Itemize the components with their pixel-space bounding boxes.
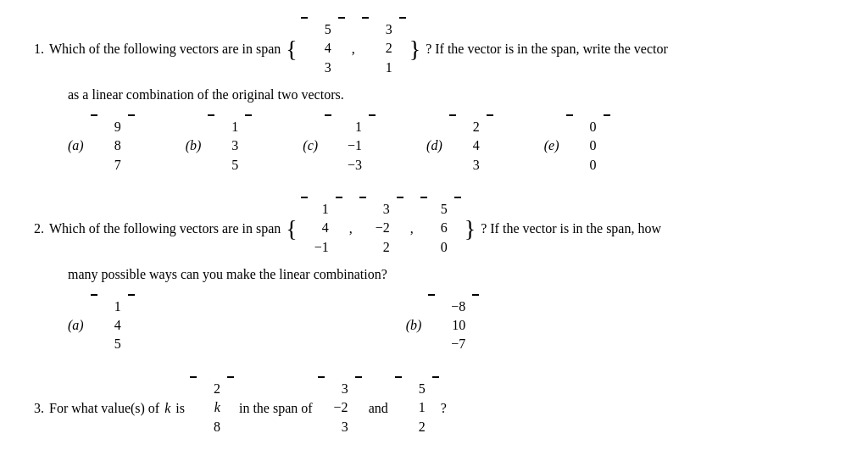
problem-2-text-after: ? If the vector is in the span, how <box>481 218 661 240</box>
problem-3-text-mid2: in the span of <box>239 397 313 419</box>
matrix-entries: 3 2 1 <box>370 17 398 81</box>
option-1d: (d) 2 4 3 <box>426 114 493 178</box>
problem-3-end: ? <box>441 397 447 419</box>
bracket-right <box>604 114 610 116</box>
matrix-row: 2 <box>376 39 392 58</box>
span-vector-1-2: 3 2 1 <box>362 17 406 81</box>
bracket-left <box>449 114 456 116</box>
problem-2-text-before: Which of the following vectors are in sp… <box>49 218 281 240</box>
problem-1-number: 1. <box>34 38 44 60</box>
comma: , <box>410 218 414 240</box>
problem-2: 2. Which of the following vectors are in… <box>34 197 834 358</box>
bracket-right <box>128 294 135 296</box>
bracket-left <box>395 376 402 378</box>
matrix-entries: 3 −2 3 <box>326 376 353 440</box>
matrix-entries: 5 6 0 <box>429 197 453 260</box>
matrix-entries: 2 4 3 <box>458 114 485 178</box>
matrix-entries: 1 4 −1 <box>309 197 334 260</box>
matrix-row: 3 <box>314 58 331 77</box>
problem-1-text-after: ? If the vector is in the span, write th… <box>426 38 668 60</box>
option-1a: (a) 9 8 7 <box>68 114 135 178</box>
matrix-row: 5 <box>314 20 331 39</box>
option-label-1e: (e) <box>544 138 559 153</box>
option-vector-2a: 1 4 5 <box>91 294 135 358</box>
bracket-left <box>190 376 197 378</box>
option-label-2b: (b) <box>406 318 422 333</box>
matrix-row: 10 <box>442 316 465 335</box>
matrix-row: 3 <box>331 418 348 436</box>
matrix-row: 2 <box>373 238 390 257</box>
bracket-left <box>301 197 308 198</box>
bracket-left <box>318 376 325 378</box>
matrix-row: 1 <box>338 118 362 136</box>
problem-3-question: 3. For what value(s) of k is 2 k 8 in th… <box>34 376 834 440</box>
problem-1: 1. Which of the following vectors are in… <box>34 17 834 178</box>
span-vector-2-1: 1 4 −1 <box>301 197 342 260</box>
bracket-right <box>336 197 342 198</box>
problem-1-text-before: Which of the following vectors are in sp… <box>49 38 281 60</box>
matrix-row: −3 <box>338 156 362 175</box>
matrix-row: 5 <box>434 200 448 219</box>
span-vector-3-1: 3 −2 3 <box>318 376 362 440</box>
matrix-row: 1 <box>409 398 426 417</box>
matrix-row: 4 <box>463 136 480 155</box>
bracket-left <box>359 197 366 198</box>
bracket-left <box>428 294 435 296</box>
matrix-row: −1 <box>338 136 362 155</box>
option-2a: (a) 1 4 5 <box>68 294 135 358</box>
problem-3-and-text: and <box>369 397 388 419</box>
problem-1-continuation: as a linear combination of the original … <box>68 84 834 106</box>
bracket-right <box>128 114 135 116</box>
bracket-left <box>301 17 308 19</box>
option-label-1c: (c) <box>303 138 318 153</box>
close-brace-1: } <box>409 37 420 61</box>
problem-3-number: 3. <box>34 397 44 419</box>
matrix-row: 0 <box>580 118 597 136</box>
option-label-2a: (a) <box>68 318 84 333</box>
comma: , <box>349 218 353 240</box>
close-brace-2: } <box>465 217 476 241</box>
span-vector-2-2: 3 −2 2 <box>359 197 403 260</box>
span-vector-1-1: 5 4 3 <box>301 17 345 81</box>
bracket-left <box>91 114 97 116</box>
matrix-row: −2 <box>331 398 348 417</box>
matrix-row: 3 <box>463 156 480 175</box>
problem-3-k-var: k <box>164 397 170 419</box>
option-1b: (b) 1 3 5 <box>186 114 253 178</box>
matrix-row: 0 <box>580 156 597 175</box>
span-vector-3-2: 5 1 2 <box>395 376 439 440</box>
matrix-row: 6 <box>434 219 448 237</box>
problem-3: 3. For what value(s) of k is 2 k 8 in th… <box>34 376 834 440</box>
bracket-right <box>245 114 252 116</box>
option-vector-1c: 1 −1 −3 <box>325 114 376 178</box>
option-label-1a: (a) <box>68 138 84 153</box>
problem-2-number: 2. <box>34 218 44 240</box>
problem-2-cont-text: many possible ways can you make the line… <box>68 264 387 286</box>
bracket-right <box>472 294 479 296</box>
option-vector-1e: 0 0 0 <box>566 114 610 178</box>
matrix-row: 8 <box>104 136 121 155</box>
matrix-row: 1 <box>221 118 238 136</box>
problem-1-options: (a) 9 8 7 (b) 1 3 5 <box>68 114 834 178</box>
matrix-entries: 0 0 0 <box>575 114 602 178</box>
matrix-row: 5 <box>409 380 426 398</box>
matrix-row: 2 <box>203 380 220 398</box>
matrix-row: 4 <box>315 219 329 237</box>
option-vector-2b: −8 10 −7 <box>428 294 479 358</box>
matrix-row: 3 <box>331 380 348 398</box>
problem-3-text-before: For what value(s) of <box>49 397 159 419</box>
matrix-row: 4 <box>104 316 121 335</box>
bracket-right <box>432 376 439 378</box>
matrix-row: 0 <box>580 136 597 155</box>
matrix-row: 1 <box>315 200 329 219</box>
matrix-entries: 1 −1 −3 <box>333 114 367 178</box>
problem-2-span-set: { 1 4 −1 , 3 −2 2 <box>286 197 476 260</box>
comma: , <box>352 38 355 60</box>
open-brace-2: { <box>286 217 297 241</box>
problem-1-cont-text: as a linear combination of the original … <box>68 84 344 106</box>
matrix-entries: 5 4 3 <box>309 17 337 81</box>
matrix-row: k <box>203 398 220 417</box>
matrix-entries: 9 8 7 <box>99 114 126 178</box>
matrix-entries: −8 10 −7 <box>437 294 470 358</box>
matrix-row: 7 <box>104 156 121 175</box>
